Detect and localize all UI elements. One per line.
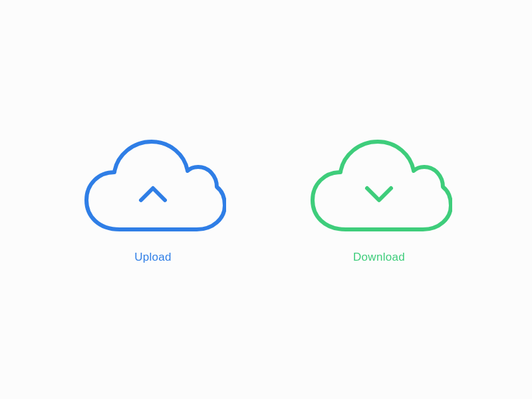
cloud-download-icon (306, 135, 452, 241)
upload-label: Upload (134, 251, 172, 264)
download-button[interactable]: Download (306, 135, 452, 264)
upload-button[interactable]: Upload (80, 135, 226, 264)
cloud-upload-icon (80, 135, 226, 241)
download-label: Download (353, 251, 405, 264)
